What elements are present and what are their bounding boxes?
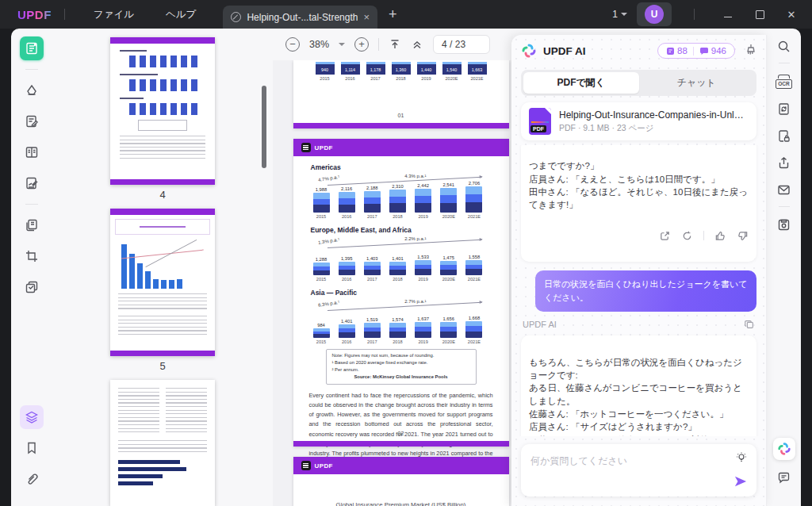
stacked-bar: 2,4422019 (412, 183, 434, 219)
chevron-down-icon (621, 13, 627, 16)
organize-tool-icon[interactable] (20, 140, 44, 164)
page-indicator-input[interactable]: 4 / 23 (433, 35, 490, 54)
zoom-in-button[interactable]: + (354, 37, 369, 52)
divider (25, 69, 38, 70)
thumbs-up-icon[interactable] (714, 230, 726, 242)
stacked-bar: 1,6372019 (412, 316, 434, 344)
credits-badge[interactable]: 88 946 (657, 43, 735, 59)
edit-tool-icon[interactable] (20, 109, 44, 133)
avatar[interactable]: U (645, 5, 664, 24)
right-toolbar: OCR (767, 29, 801, 506)
prompt-ideas-icon[interactable] (735, 451, 748, 467)
message-actions (529, 230, 749, 242)
divider (25, 204, 38, 205)
thumbnail-page-5[interactable] (110, 209, 215, 356)
export-icon[interactable] (659, 230, 671, 242)
convert-icon[interactable] (777, 102, 791, 116)
thumbnail-scrollbar[interactable] (262, 86, 266, 168)
user-message: 日常の状況を面白くひねり出したジョークを書いてください。 (535, 270, 756, 312)
new-tab-button[interactable]: + (389, 6, 397, 23)
feedback-icon[interactable] (777, 471, 791, 485)
copy-icon[interactable] (744, 319, 755, 330)
note-line: ² Per annum. (332, 366, 470, 374)
stacked-bar: 2,1162016 (336, 186, 358, 219)
stacked-bar: 1,4752020E (438, 255, 459, 282)
maximize-button[interactable] (749, 10, 771, 19)
pdf-page-3: 94020151,11420161,17820171,36020181,4402… (293, 60, 509, 128)
account-button[interactable]: U (637, 2, 672, 26)
thumbnail-page-4[interactable] (110, 37, 215, 185)
zoom-out-button[interactable]: − (285, 37, 300, 52)
divider (694, 9, 695, 20)
attachment-tool-icon[interactable] (20, 467, 44, 491)
search-icon[interactable] (777, 40, 791, 53)
regenerate-icon[interactable] (681, 230, 693, 242)
menu-file[interactable]: ファイル (78, 8, 150, 21)
pdf-page-5: UPDF Global Insurance Premium Market (US… (293, 457, 509, 506)
value-bar: 1,3602018 (390, 62, 412, 81)
assistant-message: もちろん、こちらが日常の状況を面白くひねったジョークです: ある日、佐藤さんがコ… (521, 335, 756, 436)
pages-scroll-area[interactable]: 94020151,11420161,17820171,36020181,4402… (273, 60, 529, 506)
updf-ai-button[interactable] (773, 438, 795, 460)
stacked-bar: 2,3102018 (387, 184, 408, 219)
page5-header: UPDF (293, 457, 509, 474)
send-icon[interactable] (733, 475, 748, 491)
tab-chat[interactable]: チャット (639, 72, 755, 94)
chat-history[interactable]: つまでですか?」 店員さん: 「ええと、こちらは10日間です。」 田中さん: 「… (511, 145, 766, 436)
updf-ai-logo-icon (521, 43, 537, 59)
divider (693, 47, 694, 56)
divider (378, 38, 379, 51)
tab-ask-pdf[interactable]: PDFで聞く (523, 72, 639, 94)
page5-chart-title: Global Insurance Premium Market (US$ Bil… (293, 501, 509, 506)
zoom-dropdown-icon[interactable] (339, 43, 345, 46)
protect-icon[interactable] (777, 129, 791, 143)
stacked-bar: 1,5332019 (412, 255, 434, 282)
chat-credit-icon (699, 47, 709, 56)
thumbnail-panel: 4 5 (52, 29, 273, 506)
chat-input[interactable]: 何か質問してください (521, 444, 756, 496)
scroll-to-top-icon[interactable] (389, 38, 401, 51)
tab-close-icon[interactable]: × (363, 12, 370, 22)
doc-logo-text: UPDF (315, 144, 333, 151)
stacked-bar: 1,3952016 (336, 256, 358, 282)
thumbnail-page-6[interactable] (110, 380, 215, 506)
comment-tool-icon[interactable] (20, 79, 44, 102)
stamp-tool-icon[interactable] (20, 275, 44, 299)
save-icon[interactable] (777, 218, 791, 232)
layers-tool-icon[interactable] (20, 405, 44, 429)
share-icon[interactable] (777, 156, 791, 170)
stacked-bar: 1,5582021E (463, 255, 485, 282)
pdf-viewer: − 38% + 4 / 23 94020151,11420161,1782017… (273, 29, 529, 506)
ai-panel-header: UPDF AI 88 946 (511, 35, 766, 67)
thumbnail-page-number: 4 (52, 189, 273, 201)
ocr-icon[interactable]: OCR (776, 75, 791, 89)
divider (779, 63, 790, 63)
reader-tool-icon[interactable] (20, 36, 44, 60)
clear-chat-icon[interactable] (743, 43, 756, 59)
previous-page-icon[interactable] (411, 38, 423, 51)
menu-help[interactable]: ヘルプ (150, 8, 212, 21)
pdf-file-card[interactable]: PDF Helping-Out-Insurance-Companies-in-U… (521, 102, 756, 140)
crop-tool-icon[interactable] (20, 244, 44, 268)
window-count-dropdown[interactable]: 1 (612, 9, 627, 20)
mail-icon[interactable] (777, 183, 791, 197)
divider (779, 206, 790, 207)
document-tab[interactable]: Helping-Out-...tal-Strength × (223, 6, 377, 29)
divider (64, 9, 65, 20)
stacked-bar: 1,5192017 (362, 317, 383, 344)
close-button[interactable]: ✕ (780, 9, 802, 21)
page4-header: UPDF (293, 139, 509, 156)
growth-label: 2.2% p.a.¹ (404, 236, 426, 241)
page-footer: 01 (293, 113, 509, 118)
value-bar: 1,6632021E (466, 62, 488, 81)
stacked-bar: 1,5742018 (387, 317, 408, 344)
sign-tool-icon[interactable] (20, 171, 44, 195)
stacked-bar: 2,7062021E (463, 181, 485, 219)
page-footer: 02 (293, 431, 509, 436)
ai-mode-tabs: PDFで聞く チャット (521, 70, 756, 96)
bookmark-tool-icon[interactable] (20, 436, 44, 460)
thumbs-down-icon[interactable] (737, 230, 749, 242)
minimize-button[interactable] (717, 11, 739, 17)
tab-title: Helping-Out-...tal-Strength (247, 12, 358, 23)
pages-tool-icon[interactable] (20, 213, 44, 237)
